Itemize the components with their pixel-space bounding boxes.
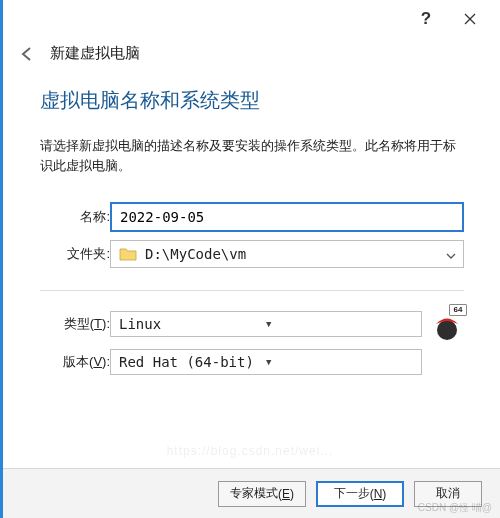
breadcrumb: 新建虚拟电脑: [0, 38, 500, 67]
page-heading: 虚拟电脑名称和系统类型: [40, 87, 464, 114]
name-label: 名称:: [40, 198, 110, 236]
content-area: 虚拟电脑名称和系统类型 请选择新虚拟电脑的描述名称及要安装的操作系统类型。此名称…: [0, 67, 500, 468]
chevron-down-icon: [439, 247, 463, 262]
folder-icon: [119, 247, 137, 261]
watermark-bg: https://blog.csdn.net/wei...: [167, 444, 334, 458]
arch-badge: 64: [449, 304, 467, 316]
page-description: 请选择新虚拟电脑的描述名称及要安装的操作系统类型。此名称将用于标识此虚拟电脑。: [40, 136, 464, 176]
caret-down-icon: ▼: [266, 357, 413, 367]
type-select[interactable]: Linux ▼: [110, 311, 422, 337]
watermark: CSDN @怪 喵@: [418, 501, 492, 515]
caret-down-icon: ▼: [266, 319, 413, 329]
type-value: Linux: [119, 316, 266, 332]
version-value: Red Hat (64-bit): [119, 354, 266, 370]
expert-mode-button[interactable]: 专家模式(E): [218, 481, 306, 507]
folder-path: D:\MyCode\vm: [145, 246, 439, 262]
svg-point-2: [437, 320, 457, 340]
type-label: 类型(T):: [40, 303, 110, 345]
version-label: 版本(V):: [40, 345, 110, 379]
version-select[interactable]: Red Hat (64-bit) ▼: [110, 349, 422, 375]
help-button[interactable]: ?: [404, 3, 448, 35]
breadcrumb-title: 新建虚拟电脑: [50, 44, 140, 63]
back-button[interactable]: [18, 45, 36, 63]
back-arrow-icon: [19, 46, 35, 62]
form: 名称: 文件夹: D:\MyCode\vm: [40, 198, 464, 379]
dialog-window: ? 新建虚拟电脑 虚拟电脑名称和系统类型 请选择新虚拟电脑的描述名称及要安装的操…: [0, 0, 500, 518]
os-logo: 64: [430, 307, 464, 341]
next-button[interactable]: 下一步(N): [316, 481, 404, 507]
titlebar: ?: [0, 0, 500, 38]
name-input[interactable]: [110, 202, 464, 232]
close-button[interactable]: [448, 3, 492, 35]
folder-label: 文件夹:: [40, 236, 110, 272]
left-accent: [0, 0, 3, 518]
folder-select[interactable]: D:\MyCode\vm: [110, 240, 464, 268]
separator: [40, 290, 464, 291]
close-icon: [464, 13, 476, 25]
